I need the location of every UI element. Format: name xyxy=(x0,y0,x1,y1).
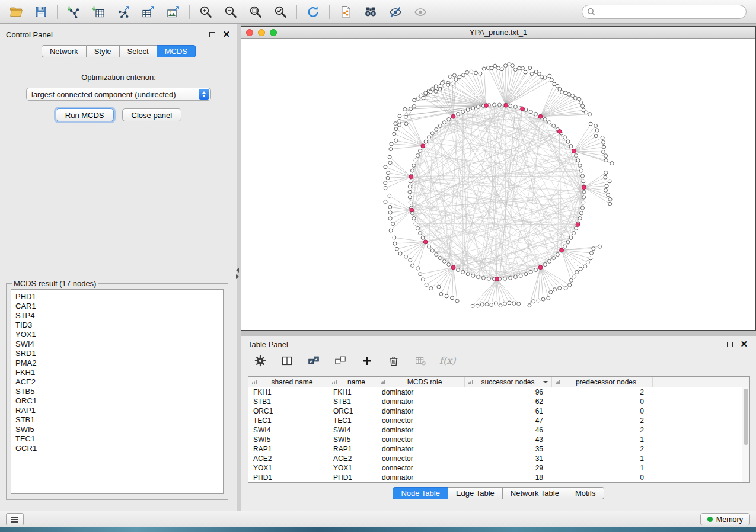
table-row[interactable]: ORC1ORC1dominator610 xyxy=(248,406,749,416)
tab-network[interactable]: Network xyxy=(42,45,87,57)
column-header-shared-name[interactable]: shared name xyxy=(248,377,328,387)
table-cell: STB1 xyxy=(248,398,328,406)
tab-style[interactable]: Style xyxy=(87,45,120,57)
optimization-criterion-label: Optimization criterion: xyxy=(81,73,156,82)
minimize-window-button[interactable] xyxy=(258,29,265,36)
close-panel-button[interactable]: Close panel xyxy=(122,108,182,121)
splitter-collapse-icon[interactable] xyxy=(236,268,239,279)
mcds-result-item[interactable]: STP4 xyxy=(11,311,223,321)
zoom-selected-button[interactable] xyxy=(270,3,291,21)
export-network-button[interactable] xyxy=(113,3,134,21)
table-row[interactable]: RAP1RAP1dominator352 xyxy=(248,444,749,454)
mcds-result-item[interactable]: YOX1 xyxy=(11,330,223,339)
mcds-result-item[interactable]: SRD1 xyxy=(11,349,223,358)
hide-selected-button[interactable] xyxy=(385,3,406,21)
tab-edge-table[interactable]: Edge Table xyxy=(448,487,503,499)
mcds-result-item[interactable]: RAP1 xyxy=(11,406,223,415)
table-row[interactable]: SWI5SWI5connector431 xyxy=(248,435,749,444)
mcds-result-item[interactable]: PMA2 xyxy=(11,358,223,368)
mcds-result-item[interactable]: ORC1 xyxy=(11,396,223,406)
table-row[interactable]: FKH1FKH1dominator962 xyxy=(248,387,749,397)
mcds-result-item[interactable]: STB1 xyxy=(11,415,223,425)
tab-network-table[interactable]: Network Table xyxy=(503,487,567,499)
open-file-button[interactable] xyxy=(5,3,27,21)
run-mcds-button[interactable]: Run MCDS xyxy=(56,108,114,121)
table-cell: 61 xyxy=(465,407,552,415)
import-table-icon xyxy=(91,5,106,19)
column-header-name[interactable]: name xyxy=(328,377,377,387)
table-row[interactable]: SWI4SWI4dominator462 xyxy=(248,425,749,435)
table-row[interactable]: STB1STB1dominator620 xyxy=(248,397,749,406)
tab-mcds[interactable]: MCDS xyxy=(157,45,196,57)
zoom-out-icon xyxy=(224,5,238,19)
table-row[interactable]: PHD1PHD1dominator180 xyxy=(248,473,749,482)
mcds-result-item[interactable]: PHD1 xyxy=(11,292,223,302)
scrollbar-thumb[interactable] xyxy=(744,389,748,445)
memory-label: Memory xyxy=(716,515,743,524)
memory-button[interactable]: Memory xyxy=(700,513,750,525)
mcds-result-item[interactable]: TID3 xyxy=(11,321,223,330)
table-row[interactable]: ACE2ACE2connector311 xyxy=(248,454,749,463)
zoom-fit-icon xyxy=(248,5,263,19)
search-icon xyxy=(587,8,595,16)
mcds-result-item[interactable]: TEC1 xyxy=(11,434,223,444)
table-settings-button[interactable] xyxy=(253,353,268,368)
delete-column-button[interactable] xyxy=(386,353,401,368)
criterion-select[interactable]: largest connected component (undirected) xyxy=(26,88,211,101)
close-window-button[interactable] xyxy=(246,29,253,36)
export-table-button[interactable] xyxy=(138,3,159,21)
tab-motifs[interactable]: Motifs xyxy=(567,487,604,499)
search-input[interactable] xyxy=(599,7,741,16)
import-network-button[interactable] xyxy=(63,3,84,21)
float-panel-icon[interactable] xyxy=(209,32,215,37)
toggle-columns-button[interactable] xyxy=(279,353,295,368)
zoom-fit-button[interactable] xyxy=(245,3,266,21)
mcds-result-item[interactable]: SWI5 xyxy=(11,425,223,434)
column-header-successor-nodes[interactable]: successor nodes xyxy=(465,377,552,387)
tab-node-table[interactable]: Node Table xyxy=(393,487,448,499)
select-all-rows-button[interactable] xyxy=(306,353,321,368)
zoom-in-button[interactable] xyxy=(195,3,216,21)
mcds-result-list[interactable]: PHD1CAR1STP4TID3YOX1SWI4SRD1PMA2FKH1ACE2… xyxy=(11,289,224,494)
table-cell: STB1 xyxy=(328,398,377,406)
refresh-layout-button[interactable] xyxy=(302,3,324,21)
table-row[interactable]: TEC1TEC1connector472 xyxy=(248,416,749,425)
import-table-button[interactable] xyxy=(88,3,109,21)
network-canvas[interactable] xyxy=(241,39,755,330)
add-column-button[interactable] xyxy=(359,353,375,368)
criterion-value: largest connected component (undirected) xyxy=(27,90,199,99)
export-image-button[interactable] xyxy=(162,3,184,21)
float-table-panel-icon[interactable] xyxy=(727,342,733,347)
table-toolbar: f(x) xyxy=(241,349,756,371)
close-panel-icon[interactable]: ✕ xyxy=(222,31,230,38)
zoom-window-button[interactable] xyxy=(270,29,277,36)
close-table-panel-icon[interactable]: ✕ xyxy=(740,341,748,348)
share-document-icon xyxy=(339,5,353,19)
column-header-predecessor-nodes[interactable]: predecessor nodes xyxy=(552,377,653,387)
search-box[interactable] xyxy=(582,5,747,19)
column-header-mcds-role[interactable]: MCDS role xyxy=(377,377,465,387)
mcds-result-item[interactable]: ACE2 xyxy=(11,377,223,387)
show-panels-button[interactable] xyxy=(6,513,24,525)
find-neighbors-button[interactable] xyxy=(360,3,381,21)
column-label: MCDS role xyxy=(386,378,463,386)
mcds-result-item[interactable]: FKH1 xyxy=(11,368,223,377)
table-cell: ACE2 xyxy=(328,454,377,463)
table-cell: 2 xyxy=(552,388,653,396)
save-session-button[interactable] xyxy=(30,3,52,21)
mcds-result-item[interactable]: CAR1 xyxy=(11,302,223,311)
share-document-button[interactable] xyxy=(335,3,356,21)
mcds-result-item[interactable]: GCR1 xyxy=(11,444,223,453)
network-window-titlebar[interactable]: YPA_prune.txt_1 xyxy=(241,27,755,39)
zoom-out-button[interactable] xyxy=(220,3,241,21)
table-scrollbar[interactable] xyxy=(742,387,749,482)
table-row[interactable]: YOX1YOX1connector291 xyxy=(248,463,749,473)
show-all-button[interactable] xyxy=(410,3,431,21)
mcds-result-item[interactable]: STB5 xyxy=(11,387,223,396)
table-cell: 1 xyxy=(552,435,653,444)
deselect-all-rows-button[interactable] xyxy=(333,353,348,368)
mcds-result-item[interactable]: SWI4 xyxy=(11,339,223,349)
tab-select[interactable]: Select xyxy=(120,45,157,57)
table-cell: TEC1 xyxy=(328,416,377,425)
table-cell: YOX1 xyxy=(248,464,328,472)
